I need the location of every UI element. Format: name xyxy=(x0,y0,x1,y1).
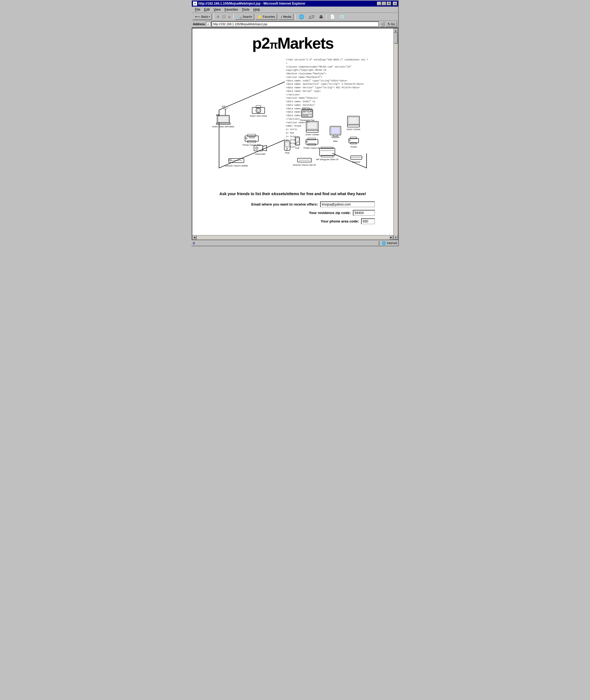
back-label: Back xyxy=(201,15,208,18)
nav-arrow-icon: △▽ xyxy=(309,14,315,19)
window-title: http://192.168.1.105/MojsaWeb/inject.jsp… xyxy=(198,2,305,5)
media-icon: ♪ xyxy=(281,15,282,19)
disk-icon: 💿 xyxy=(339,14,345,19)
xml-line-11: <data name= Xodel" ty xyxy=(286,100,369,104)
favorites-button[interactable]: ⭐ Favorites xyxy=(256,14,277,20)
arrow-button[interactable]: △▽ xyxy=(307,14,316,20)
scroll-right-button[interactable]: ▶ xyxy=(389,235,393,240)
form-section: Email where you want to receive offers: … xyxy=(211,201,375,224)
printer-right-label: Printer xyxy=(348,146,359,148)
browser-with-scrollbar: p2πMarkets <?xml version="1.0" encoding=… xyxy=(192,28,398,240)
device-sony-camera: SONY DSC-F828 xyxy=(250,105,267,117)
go-button[interactable]: ↻ Go xyxy=(385,21,397,27)
xml-line-7: <data name= Version" type="string"> WS1 … xyxy=(286,86,369,90)
svg-point-24 xyxy=(245,138,247,139)
xml-line-14: <data name= Serial xyxy=(286,110,369,114)
svg-rect-43 xyxy=(332,137,339,138)
menu-view[interactable]: View xyxy=(212,7,222,12)
go-label: Go xyxy=(391,22,395,26)
scroll-area: p2πMarkets <?xml version="1.0" encoding=… xyxy=(192,28,393,240)
camera-icon-svg xyxy=(252,105,265,114)
sony-vaio-label: SONY VAIO GRT390Z xyxy=(212,125,234,128)
status-right: 🌐 Internet xyxy=(379,241,397,245)
toolbar-sep-4 xyxy=(326,14,327,19)
zip-row: Your residence zip code: xyxy=(211,210,375,216)
hp-designjet-label: HP DesignJet 2500 CP xyxy=(316,158,338,161)
scrollbar-vertical: ▲ ▼ xyxy=(393,28,398,240)
svg-rect-55 xyxy=(308,138,315,140)
menu-tools[interactable]: Tools xyxy=(240,7,251,12)
svg-rect-22 xyxy=(248,141,256,143)
address-bar: Address e ▾ ↻ Go xyxy=(192,21,398,28)
page-icon: 📄 xyxy=(330,14,335,19)
title-bar: e http://192.168.1.105/MojsaWeb/inject.j… xyxy=(192,1,398,7)
pda-label: PDA xyxy=(284,152,291,154)
ie-page-icon: e xyxy=(193,241,195,245)
device-pda: PDA xyxy=(284,140,291,154)
device-cell: Cell xyxy=(295,137,300,149)
menu-bar: File Edit View Favorites Tools Help xyxy=(192,7,398,13)
maximize-button[interactable]: □ xyxy=(382,2,386,5)
sony-cd350-label: SONY CD350 xyxy=(305,134,319,136)
logo-markets: Markets xyxy=(278,34,333,52)
svg-rect-38 xyxy=(307,122,317,129)
svg-rect-56 xyxy=(308,144,315,146)
resize-button[interactable]: ▪▪ xyxy=(393,2,397,5)
svg-rect-23 xyxy=(249,137,255,138)
search-button[interactable]: 🔍 Search xyxy=(235,14,254,20)
phone-input[interactable] xyxy=(361,218,375,224)
scanner2-icon-svg xyxy=(297,157,312,163)
scrollbar-h-track[interactable] xyxy=(197,236,389,240)
scroll-up-button[interactable]: ▲ xyxy=(394,28,398,33)
back-dropdown-icon: ▾ xyxy=(209,16,210,18)
menu-edit[interactable]: Edit xyxy=(202,7,211,12)
scrollbar-thumb[interactable] xyxy=(394,33,398,44)
print-button[interactable]: 🖶 xyxy=(317,14,325,20)
close-button[interactable]: ✕ xyxy=(387,2,391,5)
address-input[interactable] xyxy=(211,21,379,27)
phone-label: Your phone area code: xyxy=(321,219,359,223)
camcorder-icon-svg xyxy=(254,144,267,152)
svg-rect-9 xyxy=(218,116,229,122)
square-button[interactable]: □ xyxy=(221,14,226,20)
back-button[interactable]: ⟵ Back ▾ xyxy=(193,13,212,20)
svg-rect-68 xyxy=(351,156,362,159)
disk-button[interactable]: 💿 xyxy=(338,14,347,20)
home-button[interactable]: ⌂ xyxy=(227,14,232,20)
svg-rect-60 xyxy=(320,148,335,156)
title-bar-controls: _ □ ✕ ▪▪ xyxy=(377,2,397,5)
scanner-right-label: Scanner xyxy=(350,161,363,163)
svg-rect-41 xyxy=(331,127,340,134)
printer1-icon-svg xyxy=(244,134,259,143)
browser-frame: p2πMarkets <?xml version="1.0" encoding=… xyxy=(192,28,398,240)
minimize-button[interactable]: _ xyxy=(377,2,381,5)
browser-window: e http://192.168.1.105/MojsaWeb/inject.j… xyxy=(191,0,399,246)
cell-label: Cell xyxy=(295,147,300,149)
scanner3-icon-svg xyxy=(350,155,363,160)
menu-file[interactable]: File xyxy=(193,7,202,12)
scroll-down-button[interactable]: ▼ xyxy=(394,235,398,240)
menu-help[interactable]: Help xyxy=(252,7,262,12)
stop-button[interactable]: ○ xyxy=(215,14,220,20)
media-button[interactable]: ♪ Media xyxy=(278,14,293,20)
logo-p2: p2 xyxy=(252,34,270,52)
favorites-label: Favorites xyxy=(263,15,275,18)
svg-rect-62 xyxy=(321,155,333,157)
menu-favorites[interactable]: Favorites xyxy=(223,7,239,12)
scroll-left-button[interactable]: ◀ xyxy=(192,235,197,240)
page-button[interactable]: 📄 xyxy=(328,14,337,20)
svg-point-27 xyxy=(256,147,258,150)
printer2-icon-svg xyxy=(305,138,319,146)
zip-input[interactable] xyxy=(353,210,375,216)
xml-line-5: <data name= xodel" type="string">202A</d… xyxy=(286,79,369,83)
pda-icon-svg xyxy=(284,140,291,151)
address-dropdown-button[interactable]: ▾ xyxy=(380,21,384,27)
xml-line-9: </section> xyxy=(286,93,369,97)
zip-label: Your residence zip code: xyxy=(309,211,351,215)
device-router: ((•)) xyxy=(221,105,229,116)
device-hp-designjet: HP DesignJet 2500 CP xyxy=(316,147,338,161)
scrollbar-v-track[interactable] xyxy=(394,33,398,235)
globe-button[interactable]: 🌐 xyxy=(297,14,306,20)
email-input[interactable] xyxy=(320,201,375,207)
back-icon: ⟵ xyxy=(195,14,200,19)
